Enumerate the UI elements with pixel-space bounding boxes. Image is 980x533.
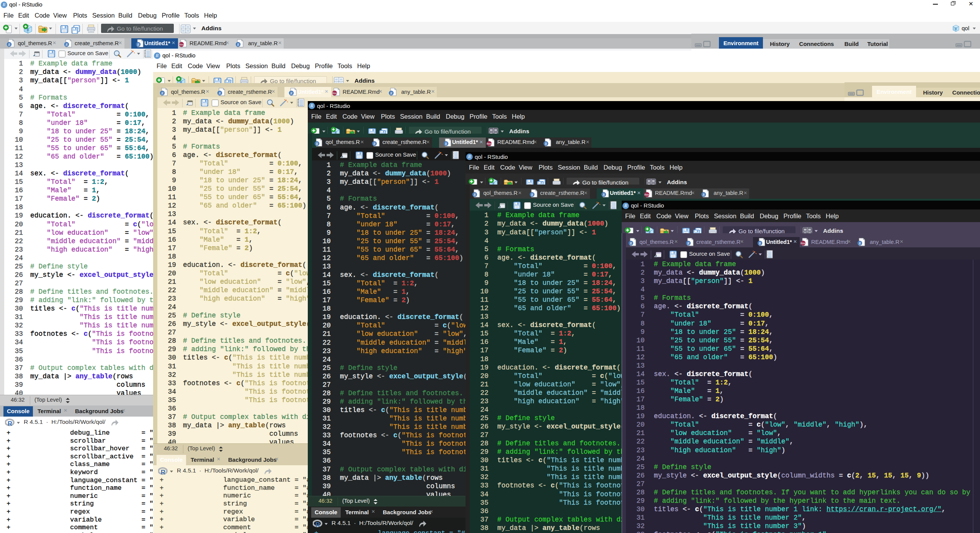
svg-text:Rmd: Rmd: [179, 43, 184, 46]
svg-text:R: R: [602, 193, 605, 197]
svg-text:R: R: [315, 521, 320, 528]
svg-text:R: R: [8, 43, 10, 47]
svg-text:R: R: [290, 92, 292, 95]
svg-text:Rmd: Rmd: [644, 193, 650, 196]
svg-text:R: R: [758, 242, 761, 245]
svg-text:R: R: [137, 43, 139, 47]
svg-text:R: R: [473, 193, 476, 197]
svg-text:R: R: [390, 92, 392, 95]
svg-text:R: R: [161, 92, 163, 95]
svg-text:R: R: [237, 43, 239, 47]
svg-text:Rmd: Rmd: [800, 242, 806, 245]
svg-text:R: R: [315, 142, 318, 146]
svg-text:Rmd: Rmd: [487, 142, 492, 145]
svg-text:R: R: [629, 242, 632, 245]
svg-text:R: R: [218, 92, 221, 95]
svg-text:R: R: [65, 43, 68, 47]
svg-text:R: R: [955, 27, 957, 31]
svg-text:R: R: [544, 142, 547, 146]
svg-text:R: R: [858, 242, 861, 245]
svg-text:R: R: [8, 420, 12, 427]
svg-text:Rmd: Rmd: [332, 92, 337, 95]
svg-text:R: R: [702, 193, 705, 197]
svg-text:R: R: [687, 242, 689, 245]
svg-text:R: R: [531, 193, 533, 197]
svg-text:R: R: [444, 142, 447, 146]
svg-text:R: R: [373, 142, 376, 146]
svg-text:R: R: [161, 469, 165, 476]
